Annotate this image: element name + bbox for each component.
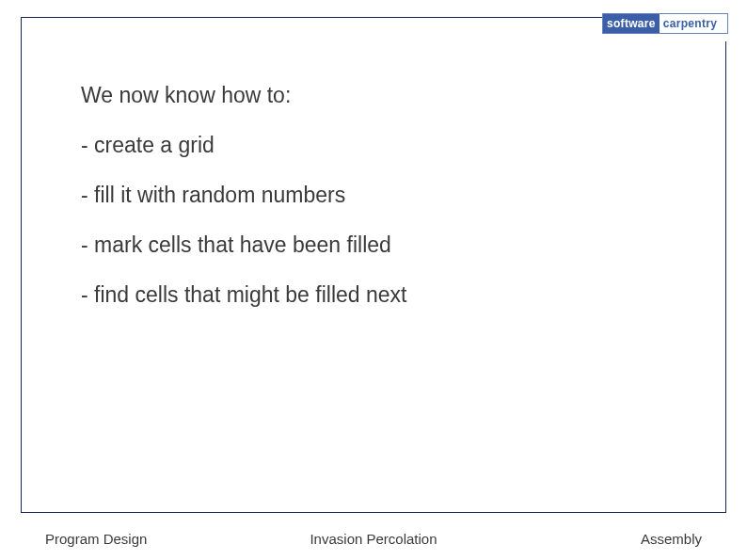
logo-top-row: software carpentry <box>602 13 728 34</box>
footer-left-label: Program Design <box>45 531 264 547</box>
logo-badge: software carpentry <box>602 13 728 41</box>
bullet-item: - create a grid <box>81 133 691 158</box>
bullet-item: - fill it with random numbers <box>81 183 691 208</box>
content-heading: We now know how to: <box>81 83 691 108</box>
bullet-item: - find cells that might be filled next <box>81 282 691 308</box>
footer-center-label: Invasion Percolation <box>264 531 484 547</box>
slide-footer: Program Design Invasion Percolation Asse… <box>45 531 702 547</box>
footer-right-label: Assembly <box>483 531 702 547</box>
bullet-item: - mark cells that have been filled <box>81 232 691 258</box>
logo-tagline <box>602 34 728 36</box>
logo-word-carpentry: carpentry <box>660 14 721 33</box>
slide-content: We now know how to: - create a grid - fi… <box>81 83 691 332</box>
logo-word-software: software <box>603 14 660 33</box>
